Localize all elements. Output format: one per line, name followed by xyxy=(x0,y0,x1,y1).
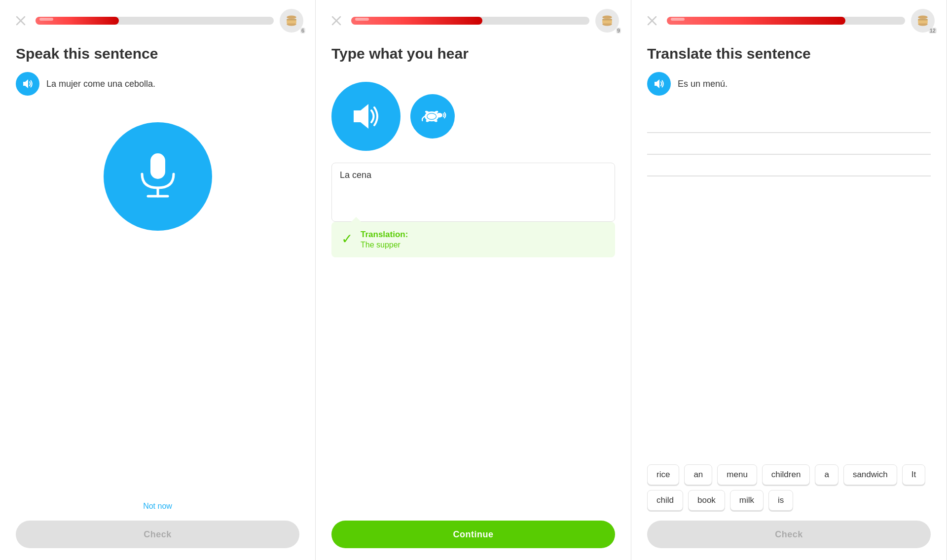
svg-rect-4 xyxy=(287,19,296,21)
close-button-type[interactable] xyxy=(328,12,345,30)
svg-rect-7 xyxy=(150,153,165,179)
continue-button[interactable]: Continue xyxy=(331,521,615,548)
close-icon-type xyxy=(331,16,341,26)
word-tile[interactable]: children xyxy=(762,464,810,485)
word-tile[interactable]: menu xyxy=(717,464,757,485)
svg-marker-16 xyxy=(354,104,368,129)
check-button-speak[interactable]: Check xyxy=(16,521,299,548)
word-tiles-container: riceanmenuchildrenasandwichItchildbookmi… xyxy=(647,464,931,511)
burger-icon-type xyxy=(600,14,614,28)
svg-point-29 xyxy=(918,16,928,19)
svg-point-5 xyxy=(287,16,296,19)
speaker-big-icon xyxy=(349,99,383,134)
progress-bar-translate xyxy=(667,17,905,25)
audio-play-button[interactable] xyxy=(331,82,401,151)
translation-content: Translation: The supper xyxy=(361,230,408,249)
turtle-icon xyxy=(419,105,446,128)
progress-num-translate: 12 xyxy=(929,28,937,34)
svg-marker-30 xyxy=(655,79,659,88)
word-tile[interactable]: book xyxy=(688,490,725,511)
answer-line-3 xyxy=(647,163,931,176)
panel-type: 9 Type what you hear xyxy=(316,0,631,560)
panel-type-body: Type what you hear xyxy=(316,37,631,560)
translation-value: The supper xyxy=(361,241,408,249)
close-button-speak[interactable] xyxy=(12,12,30,30)
svg-rect-28 xyxy=(918,19,928,21)
word-tile[interactable]: milk xyxy=(730,490,764,511)
burger-icon-translate xyxy=(916,14,930,28)
sentence-row-translate: Es un menú. xyxy=(647,72,931,96)
svg-marker-6 xyxy=(23,79,28,88)
progress-num-type: 9 xyxy=(616,28,621,34)
panel-type-header: 9 xyxy=(316,0,631,37)
sentence-text-translate: Es un menú. xyxy=(678,79,728,89)
progress-bar-speak xyxy=(36,17,274,25)
translation-label: Translation: xyxy=(361,230,408,240)
svg-point-15 xyxy=(602,16,612,19)
check-button-translate[interactable]: Check xyxy=(647,521,931,548)
close-button-translate[interactable] xyxy=(643,12,661,30)
progress-icon-speak: 6 xyxy=(280,9,303,33)
answer-line-1 xyxy=(647,119,931,133)
panel-speak-body: Speak this sentence La mujer come una ce… xyxy=(0,37,315,560)
progress-num-speak: 6 xyxy=(300,28,305,34)
mic-button[interactable] xyxy=(104,122,212,231)
svg-point-18 xyxy=(436,113,442,117)
word-tile[interactable]: is xyxy=(768,490,793,511)
word-tile[interactable]: an xyxy=(684,464,712,485)
burger-icon xyxy=(285,14,298,28)
word-tile[interactable]: sandwich xyxy=(843,464,897,485)
correct-check-icon: ✓ xyxy=(341,231,353,247)
speaker-icon-translate xyxy=(653,77,665,90)
panel-translate-body: Translate this sentence Es un menú. rice… xyxy=(631,37,947,560)
typed-text: La cena xyxy=(340,170,371,180)
svg-rect-14 xyxy=(602,19,612,21)
panel-translate-title: Translate this sentence xyxy=(647,45,931,62)
translation-box: ✓ Translation: The supper xyxy=(331,222,615,257)
word-tile[interactable]: child xyxy=(647,490,683,511)
close-icon xyxy=(16,16,26,26)
speaker-icon-speak xyxy=(21,77,34,90)
speaker-button-speak[interactable] xyxy=(16,72,39,96)
audio-buttons xyxy=(331,82,615,151)
word-tile[interactable]: rice xyxy=(647,464,679,485)
close-icon-translate xyxy=(647,16,657,26)
type-input-area[interactable]: La cena xyxy=(331,163,615,222)
not-now-link[interactable]: Not now xyxy=(16,502,299,511)
progress-bar-type xyxy=(351,17,589,25)
sentence-row-speak: La mujer come una cebolla. xyxy=(16,72,299,96)
progress-icon-type: 9 xyxy=(595,9,619,33)
audio-slow-button[interactable] xyxy=(410,94,455,139)
sentence-text-speak: La mujer come una cebolla. xyxy=(46,79,155,89)
panel-translate-header: 12 xyxy=(631,0,947,37)
word-tile[interactable]: It xyxy=(902,464,925,485)
mic-icon xyxy=(133,149,182,204)
panel-speak-header: 6 xyxy=(0,0,315,37)
word-tile[interactable]: a xyxy=(815,464,838,485)
progress-icon-translate: 12 xyxy=(911,9,935,33)
panel-speak-title: Speak this sentence xyxy=(16,45,299,62)
panel-speak: 6 Speak this sentence La mujer come una … xyxy=(0,0,316,560)
panel-type-title: Type what you hear xyxy=(331,45,615,62)
panel-translate: 12 Translate this sentence Es un menú. r… xyxy=(631,0,947,560)
answer-lines xyxy=(647,119,931,176)
speaker-button-translate[interactable] xyxy=(647,72,671,96)
answer-line-2 xyxy=(647,141,931,155)
